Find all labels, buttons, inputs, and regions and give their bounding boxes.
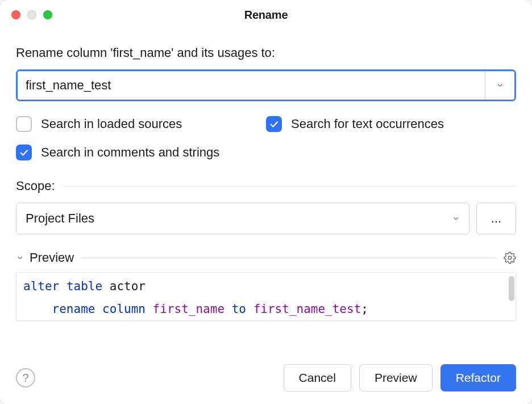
- traffic-lights: [11, 10, 52, 19]
- scope-more-button[interactable]: ...: [476, 203, 516, 234]
- checkbox-checked-icon: [266, 116, 282, 132]
- scope-selected-value: Project Files: [26, 211, 94, 226]
- chevron-down-icon: [496, 81, 504, 89]
- scrollbar-thumb[interactable]: [509, 276, 514, 301]
- gear-icon: [504, 252, 516, 264]
- search-text-occurrences-checkbox[interactable]: Search for text occurrences: [266, 116, 516, 132]
- checkbox-label: Search for text occurrences: [291, 117, 444, 131]
- scope-select[interactable]: Project Files: [16, 203, 469, 234]
- close-window-button[interactable]: [11, 10, 20, 19]
- refactor-button[interactable]: Refactor: [440, 364, 516, 391]
- preview-settings-button[interactable]: [504, 252, 516, 264]
- search-comments-strings-checkbox[interactable]: Search in comments and strings: [16, 145, 516, 160]
- divider: [80, 258, 498, 258]
- preview-section-label: Preview: [30, 250, 74, 265]
- new-name-field-wrap: [16, 69, 516, 101]
- divider: [63, 186, 517, 187]
- new-name-input[interactable]: [18, 71, 485, 100]
- checkbox-label: Search in comments and strings: [41, 145, 219, 160]
- minimize-window-button[interactable]: [27, 10, 36, 19]
- scope-section-label: Scope:: [16, 179, 516, 193]
- help-button[interactable]: ?: [16, 368, 35, 387]
- chevron-down-icon: [16, 254, 24, 262]
- prompt-label: Rename column 'first_name' and its usage…: [16, 46, 516, 60]
- rename-dialog: Rename Rename column 'first_name' and it…: [0, 0, 532, 404]
- name-history-dropdown[interactable]: [485, 71, 514, 100]
- dialog-footer: ? Cancel Preview Refactor: [0, 360, 532, 404]
- preview-sql: alter table actor rename column first_na…: [16, 273, 516, 321]
- svg-point-0: [508, 256, 512, 259]
- titlebar: Rename: [0, 0, 532, 30]
- zoom-window-button[interactable]: [43, 10, 52, 19]
- preview-button[interactable]: Preview: [359, 364, 433, 391]
- window-title: Rename: [0, 9, 532, 22]
- preview-code-box: alter table actor rename column first_na…: [16, 272, 516, 321]
- preview-section-header[interactable]: Preview: [16, 250, 516, 265]
- checkbox-checked-icon: [16, 145, 32, 160]
- checkbox-unchecked-icon: [16, 116, 32, 132]
- search-loaded-sources-checkbox[interactable]: Search in loaded sources: [16, 116, 266, 132]
- cancel-button[interactable]: Cancel: [284, 364, 351, 391]
- chevron-down-icon: [452, 215, 460, 222]
- checkbox-label: Search in loaded sources: [41, 117, 182, 131]
